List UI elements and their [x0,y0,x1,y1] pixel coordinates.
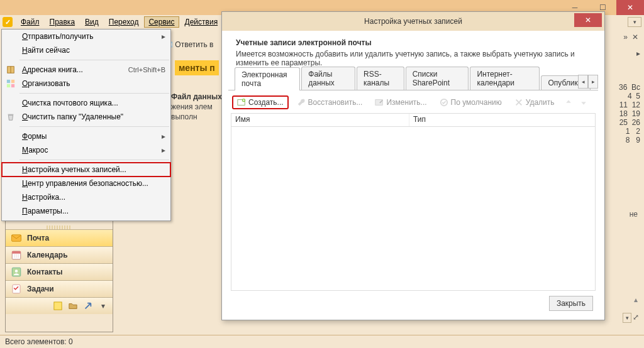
svg-rect-2 [12,251,21,254]
dialog-tabs: Электронная почта Файлы данных RSS-канал… [228,75,598,90]
heading-fragment: менты п [175,60,219,75]
text-fragment: не [606,210,644,219]
arrow-up-icon [565,99,572,106]
new-icon [237,98,246,107]
nav-shortcuts-button[interactable] [81,299,95,313]
nav-folders-button[interactable] [66,299,80,313]
check-circle-icon [440,98,448,107]
cal-next-icon[interactable]: ▸ [636,49,640,58]
book-icon [6,65,15,74]
svg-rect-0 [12,235,21,242]
notes-toggle[interactable]: ▾ [623,313,631,323]
nav-tasks-label: Задачи [27,285,54,293]
svg-rect-12 [8,114,14,116]
menu-view[interactable]: Вид [80,16,103,28]
create-account-button[interactable]: Создать... [232,95,289,109]
arrow-down-icon [580,99,587,106]
menu-actions[interactable]: Действия [180,16,223,28]
close-button[interactable]: ✕ [616,0,644,15]
todo-dropdown[interactable]: ▾ [628,17,641,27]
scroll-up-icon[interactable]: ▴ [634,295,638,304]
default-account-button[interactable]: По умолчанию [435,96,506,109]
accounts-list-header: Имя Тип [231,113,596,127]
accounts-list[interactable] [231,127,596,291]
dialog-heading: Учетные записи электронной почты [236,38,591,47]
tab-sharepoint[interactable]: Списки SharePoint [406,67,469,90]
tabs-scroll-right[interactable]: ▸ [588,75,598,89]
svg-rect-10 [7,84,10,87]
col-name[interactable]: Имя [231,114,409,126]
submenu-arrow-icon: ▸ [162,146,165,155]
nav-mail[interactable]: Почта [6,229,113,246]
nav-notes-button[interactable] [51,299,65,313]
status-bar: Всего элементов: 0 [0,335,644,348]
calendar-icon [11,249,22,261]
nav-tasks[interactable]: Задачи [6,280,113,297]
todo-chevron-icon[interactable]: » [623,33,628,41]
menu-item[interactable]: Параметры... [2,204,170,218]
col-type[interactable]: Тип [409,114,430,126]
datafile-fragment: Файл данных жения элем выполн [171,92,222,122]
menu-item-label: Центр управления безопасностью... [22,179,165,188]
app-logo-icon: ✓ [3,17,13,27]
menu-item[interactable]: Очистка почтового ящика... [2,96,170,110]
menu-item-label: Настройка учетных записей... [22,165,165,174]
menu-file[interactable]: Файл [16,16,44,28]
delete-icon [514,98,523,107]
svg-rect-8 [7,80,10,83]
tab-ical[interactable]: Интернет-календари [470,67,540,90]
submenu-arrow-icon: ▸ [162,32,165,41]
todo-close-button[interactable]: ✕ [630,32,640,42]
status-item-count: Всего элементов: 0 [5,337,73,346]
nav-contacts[interactable]: Контакты [6,263,113,280]
tabs-scroll-left[interactable]: ◂ [578,75,588,89]
tools-menu-dropdown: Отправить/получить▸Найти сейчасАдресная … [1,29,171,221]
mail-icon [11,232,22,244]
tab-rss[interactable]: RSS-каналы [357,67,404,90]
menu-item-label: Найти сейчас [22,46,165,55]
menu-item-label: Макрос [22,146,157,155]
menu-item[interactable]: Формы▸ [2,129,170,143]
menu-item[interactable]: Очистить папку "Удаленные" [2,110,170,124]
contacts-icon [11,266,22,278]
menu-item[interactable]: Отправить/получить▸ [2,30,170,43]
move-down-button[interactable] [578,97,589,108]
svg-rect-11 [11,84,14,87]
menu-item-label: Настройка... [22,193,165,202]
account-settings-dialog: Настройка учетных записей ✕ Учетные запи… [221,11,605,320]
menu-tools[interactable]: Сервис [144,16,179,28]
menu-item[interactable]: Организовать [2,77,170,90]
menu-item[interactable]: Настройка... [2,190,170,204]
svg-point-4 [15,269,18,273]
tab-datafiles[interactable]: Файлы данных [301,67,355,90]
submenu-arrow-icon: ▸ [162,132,165,141]
menu-edit[interactable]: Правка [45,16,80,28]
menu-item-label: Отправить/получить [22,32,157,41]
menu-item[interactable]: Центр управления безопасностью... [2,177,170,190]
move-up-button[interactable] [563,97,574,108]
dialog-title: Настройка учетных записей [222,17,604,26]
trash-icon [6,112,15,121]
menu-item[interactable]: Настройка учетных записей... [2,163,170,177]
delete-account-button[interactable]: Удалить [510,96,559,109]
menu-item[interactable]: Адресная книга...Ctrl+Shift+B [2,63,170,77]
menu-goto[interactable]: Переход [104,16,143,28]
restore-account-button[interactable]: Восстановить... [292,96,367,109]
nav-config-button[interactable]: ▾ [96,299,110,313]
svg-rect-15 [375,100,382,106]
dialog-close-footer-button[interactable]: Закрыть [549,296,593,311]
notes-chevron-icon[interactable]: ⤢ [633,313,639,323]
repair-icon [297,98,306,107]
dialog-close-button[interactable]: ✕ [574,13,602,27]
calendar-fragment: 36 Вс 4 5 11 12 18 19 25 26 1 2 8 9 [606,80,644,147]
dialog-description: Имеется возможность добавить или удалить… [236,50,588,67]
nav-calendar[interactable]: Календарь [6,246,113,263]
menu-item[interactable]: Найти сейчас [2,43,170,57]
edit-account-button[interactable]: Изменить... [370,96,431,109]
dialog-titlebar: Настройка учетных записей ✕ [222,12,604,31]
menu-item[interactable]: Макрос▸ [2,143,170,157]
tab-email[interactable]: Электронная почта [235,67,300,90]
menu-item-label: Адресная книга... [22,65,123,74]
menu-item-label: Очистить папку "Удаленные" [22,112,165,121]
tasks-icon [11,283,22,295]
